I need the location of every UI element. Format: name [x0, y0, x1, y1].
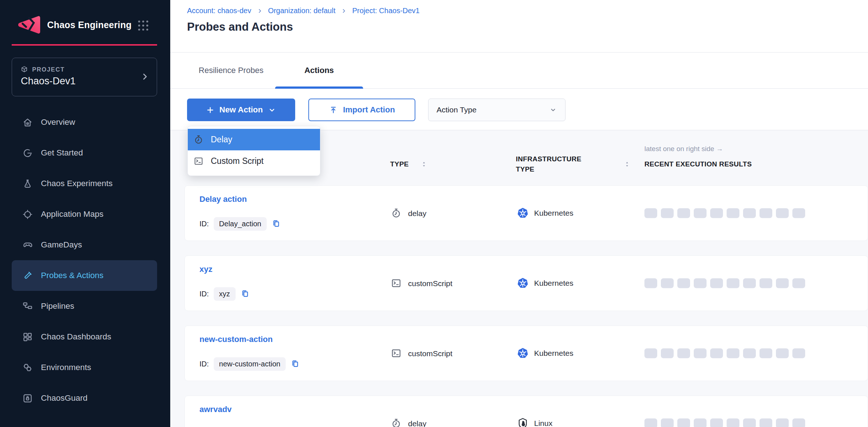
sidebar-item-chaos-dashboards[interactable]: Chaos Dashboards — [12, 322, 157, 352]
execution-result-placeholder — [644, 208, 657, 218]
execution-result-placeholder — [792, 349, 805, 358]
sidebar-item-chaosguard[interactable]: ChaosGuard — [12, 383, 157, 413]
type-cell: customScript — [391, 278, 452, 289]
action-name-link[interactable]: new-custom-action — [199, 335, 273, 344]
sort-icon[interactable] — [623, 161, 631, 168]
copy-icon[interactable] — [290, 359, 300, 369]
import-action-button[interactable]: Import Action — [308, 99, 415, 121]
breadcrumb: Account: chaos-devOrganization: defaultP… — [187, 7, 420, 15]
execution-result-placeholder — [710, 419, 723, 427]
kubernetes-icon — [517, 347, 529, 359]
id-value: new-custom-action — [214, 357, 286, 371]
column-header-infrastructure-type[interactable]: INFRASTRUCTURE TYPE — [516, 154, 596, 174]
menu-item-custom-script[interactable]: Custom Script — [188, 150, 320, 172]
execution-result-placeholder — [776, 278, 789, 288]
sort-icon[interactable] — [420, 161, 428, 168]
execution-result-placeholder — [677, 419, 690, 427]
execution-result-placeholder — [792, 278, 805, 288]
action-name-link[interactable]: xyz — [199, 265, 212, 274]
execution-result-placeholder — [760, 349, 772, 358]
sidebar-item-application-maps[interactable]: Application Maps — [12, 199, 157, 230]
infrastructure-cell: Kubernetes — [517, 347, 573, 359]
upload-icon — [329, 105, 338, 115]
terminal-icon — [391, 278, 402, 289]
breadcrumb-link-3[interactable]: Project: Chaos-Dev1 — [352, 7, 420, 15]
tab-resilience-probes[interactable]: Resilience Probes — [187, 53, 275, 88]
chevron-right-icon — [140, 72, 149, 81]
menu-item-delay[interactable]: Delay — [188, 129, 320, 150]
kubernetes-icon — [517, 277, 529, 289]
module-switcher-grid-icon[interactable] — [137, 19, 150, 32]
pipeline-icon — [22, 301, 33, 312]
brand: Chaos Engineering — [17, 12, 132, 37]
sidebar-item-probes-actions[interactable]: Probes & Actions — [12, 260, 157, 291]
chevron-down-icon — [267, 105, 277, 115]
column-header-recent-execution-results: RECENT EXECUTION RESULTS — [644, 160, 752, 168]
execution-result-placeholder — [743, 208, 756, 218]
id-value: Delay_action — [214, 217, 267, 231]
execution-result-placeholder — [760, 278, 772, 288]
copy-icon[interactable] — [240, 289, 250, 299]
id-label: ID: — [199, 220, 209, 228]
copy-icon[interactable] — [271, 219, 281, 228]
recent-execution-results — [644, 278, 805, 288]
hexagons-icon — [22, 362, 33, 373]
action-row-new-custom-action: new-custom-actionID:new-custom-actioncus… — [184, 326, 868, 381]
sidebar-item-chaos-experiments[interactable]: Chaos Experiments — [12, 168, 157, 199]
sidebar-nav: OverviewGet StartedChaos ExperimentsAppl… — [12, 107, 157, 413]
type-cell: delay — [391, 208, 426, 219]
action-type-select[interactable]: Action Type — [428, 99, 566, 121]
linux-icon — [517, 417, 529, 427]
action-row-xyz: xyzID:xyzcustomScriptKubernetes — [184, 255, 868, 311]
tab-actions[interactable]: Actions — [275, 53, 363, 88]
sidebar-item-overview[interactable]: Overview — [12, 107, 157, 138]
id-label: ID: — [199, 360, 209, 368]
action-name-link[interactable]: awrvadv — [199, 405, 232, 414]
getting-started-icon — [22, 147, 33, 159]
execution-result-placeholder — [743, 349, 756, 358]
target-icon — [22, 209, 33, 220]
column-header-type[interactable]: TYPE — [390, 160, 409, 168]
action-rows: Delay actionID:Delay_actiondelayKubernet… — [184, 185, 868, 427]
execution-result-placeholder — [677, 208, 690, 218]
sidebar: Chaos Engineering PROJECT Chaos-Dev1 Ove… — [0, 0, 170, 427]
sidebar-item-get-started[interactable]: Get Started — [12, 138, 157, 168]
type-cell: delay — [391, 418, 426, 427]
infrastructure-cell: Kubernetes — [517, 277, 573, 289]
infrastructure-cell: Linux — [517, 417, 552, 427]
project-label-row: PROJECT — [20, 65, 65, 74]
execution-result-placeholder — [694, 349, 707, 358]
stopwatch-icon — [193, 134, 204, 145]
execution-result-placeholder — [694, 278, 707, 288]
chevron-right-icon — [257, 8, 263, 14]
test-tube-icon — [22, 270, 33, 281]
execution-result-placeholder — [727, 208, 739, 218]
chevron-right-icon — [341, 8, 347, 14]
new-action-button[interactable]: New Action — [187, 99, 295, 121]
flask-icon — [22, 178, 33, 189]
main-content: Account: chaos-devOrganization: defaultP… — [170, 0, 868, 427]
execution-result-placeholder — [644, 419, 657, 427]
gamepad-icon — [22, 239, 33, 251]
type-cell: customScript — [391, 348, 452, 359]
sidebar-item-gamedays[interactable]: GameDays — [12, 230, 157, 260]
execution-result-placeholder — [694, 208, 707, 218]
recent-execution-results — [644, 419, 805, 427]
execution-result-placeholder — [727, 278, 739, 288]
app-title: Chaos Engineering — [47, 20, 132, 30]
execution-result-placeholder — [743, 419, 756, 427]
action-name-link[interactable]: Delay action — [199, 195, 247, 204]
execution-result-placeholder — [661, 419, 674, 427]
execution-result-placeholder — [776, 349, 789, 358]
action-id: ID:xyz — [199, 286, 250, 302]
execution-result-placeholder — [710, 278, 723, 288]
new-action-menu: DelayCustom Script — [187, 126, 320, 176]
execution-result-placeholder — [661, 349, 674, 358]
breadcrumb-link-2[interactable]: Organization: default — [268, 7, 336, 15]
harness-chaos-logo-icon — [17, 13, 41, 37]
project-selector[interactable]: PROJECT Chaos-Dev1 — [12, 58, 157, 96]
sidebar-item-environments[interactable]: Environments — [12, 352, 157, 383]
breadcrumb-link-1[interactable]: Account: chaos-dev — [187, 7, 251, 15]
sidebar-item-pipelines[interactable]: Pipelines — [12, 291, 157, 322]
stopwatch-icon — [391, 418, 402, 427]
